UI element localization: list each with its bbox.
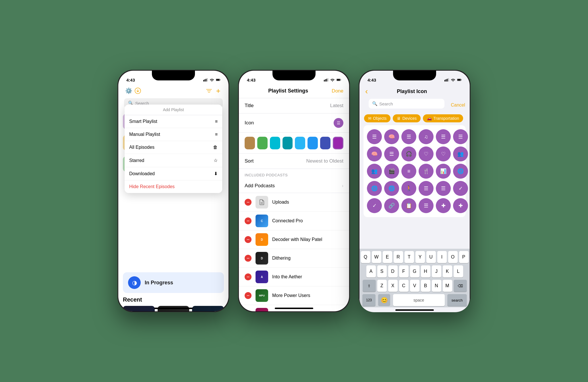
key-u[interactable]: U [426,251,436,263]
swatch-6[interactable] [320,137,330,149]
swatch-5[interactable] [307,137,318,149]
download-icon[interactable] [133,86,142,95]
podcast-uploads[interactable]: − Uploads [239,193,349,212]
icon-plus-1[interactable]: ✚ [436,198,451,213]
key-g[interactable]: G [410,265,419,277]
icon-link[interactable]: 🔗 [384,198,399,213]
icon-heart-1[interactable]: ♡ [419,146,434,161]
key-p[interactable]: P [459,251,469,263]
key-shift[interactable]: ⇧ [363,280,376,292]
key-c[interactable]: C [399,280,409,292]
filter-icon[interactable] [204,86,214,95]
icon-chart[interactable]: 📊 [436,164,451,179]
icon-list-2[interactable]: ☰ [401,129,416,144]
modal-done-btn[interactable]: Done [332,88,343,94]
recent-card-appstories[interactable]: AppStories+ Deeper into the world of app… [123,306,155,311]
key-space[interactable]: space [393,294,445,306]
podcast-morepower[interactable]: − MPU More Power Users [239,286,349,305]
icon-check-1[interactable]: ✓ [453,181,468,196]
icon-brain-2[interactable]: 🧠 [367,146,382,161]
icon-globe-2[interactable]: 🌐 [367,181,382,196]
icon-check-2[interactable]: ✓ [367,198,382,213]
cancel-btn[interactable]: Cancel [451,103,465,108]
key-delete[interactable]: ⌫ [454,280,467,292]
key-emoji[interactable]: 😊 [378,294,390,306]
key-o[interactable]: O [448,251,458,263]
icon-list-9[interactable]: ☰ [419,198,434,213]
podcast-decoder[interactable]: − D Decoder with Nilay Patel [239,230,349,249]
key-q[interactable]: Q [361,251,370,263]
filter-devices[interactable]: 🖥 Devices [393,114,421,122]
key-123[interactable]: 123 [362,294,376,306]
icon-plus-2[interactable]: ✚ [453,198,468,213]
recent-card-tripleclick[interactable]: TripleClick ▶ NEW [192,306,224,311]
key-search[interactable]: search [447,294,467,306]
icon-list-4[interactable]: ☰ [453,129,468,144]
key-j[interactable]: J [432,265,441,277]
icon-list-7[interactable]: ☰ [419,181,434,196]
icon-globe-1[interactable]: 🌐 [453,164,468,179]
dropdown-manual-playlist[interactable]: Manual Playlist ≡ [125,128,222,141]
key-y[interactable]: Y [415,251,425,263]
dropdown-downloaded[interactable]: Downloaded ⬇ [125,167,222,180]
key-r[interactable]: R [394,251,403,263]
icon-list-3[interactable]: ☰ [436,129,451,144]
icon-headphones[interactable]: 🎧 [401,146,416,161]
in-progress-btn[interactable]: ◑ In Progress [123,272,224,293]
icon-list-6[interactable]: ≡ [401,164,416,179]
podcast-aether[interactable]: − A Into the Aether [239,268,349,286]
icon-film[interactable]: 🎬 [384,164,399,179]
icon-music[interactable]: ♫ [419,129,434,144]
key-w[interactable]: W [372,251,381,263]
icon-fork[interactable]: 🍴 [419,164,434,179]
add-podcasts-row[interactable]: Add Podcasts › [239,179,349,193]
key-a[interactable]: A [366,265,376,277]
swatch-0[interactable] [245,137,255,149]
key-i[interactable]: I [437,251,447,263]
icon-people-1[interactable]: 👥 [453,146,468,161]
key-f[interactable]: F [399,265,409,277]
remove-decoder-btn[interactable]: − [245,236,252,243]
key-d[interactable]: D [388,265,398,277]
remove-moretex-btn[interactable]: − [245,311,252,311]
swatch-2[interactable] [270,137,280,149]
key-l[interactable]: L [454,265,463,277]
icon-search-bar[interactable]: 🔍 Search [369,99,444,109]
sort-row[interactable]: Sort Newest to Oldest [239,154,349,169]
icon-list-8[interactable]: ☰ [436,181,451,196]
key-x[interactable]: X [388,280,398,292]
key-m[interactable]: M [443,280,452,292]
podcast-dithering[interactable]: − D Dithering [239,249,349,268]
filter-transportation[interactable]: 🚗 Transportation [423,114,463,122]
key-n[interactable]: N [432,280,441,292]
remove-uploads-btn[interactable]: − [245,199,252,206]
icon-people-2[interactable]: 👥 [367,164,382,179]
podcast-connected[interactable]: − C Connected Pro [239,212,349,230]
swatch-7[interactable] [333,137,343,149]
key-b[interactable]: B [421,280,430,292]
icon-person[interactable]: 🚶 [401,181,416,196]
settings-icon[interactable]: ⚙️ [124,86,133,95]
back-btn[interactable]: ‹ [365,87,368,96]
key-k[interactable]: K [443,265,452,277]
dropdown-starred[interactable]: Starred ☆ [125,154,222,167]
key-z[interactable]: Z [377,280,387,292]
icon-list-5[interactable]: ☰ [384,146,399,161]
dropdown-hide-recent[interactable]: Hide Recent Episodes [125,180,222,193]
swatch-3[interactable] [283,137,293,149]
remove-morepower-btn[interactable]: − [245,292,252,299]
filter-objects[interactable]: ✉ Objects [364,114,390,122]
dropdown-smart-playlist[interactable]: Smart Playlist ≡ [125,115,222,128]
remove-connected-btn[interactable]: − [245,217,252,224]
icon-brain-1[interactable]: 🧠 [384,129,399,144]
key-t[interactable]: T [405,251,414,263]
add-icon[interactable]: + [214,86,223,95]
key-h[interactable]: H [421,265,430,277]
key-v[interactable]: V [410,280,419,292]
swatch-4[interactable] [295,137,305,149]
remove-aether-btn[interactable]: − [245,273,252,280]
remove-dithering-btn[interactable]: − [245,255,252,262]
key-e[interactable]: E [383,251,392,263]
icon-clipboard[interactable]: 📋 [401,198,416,213]
swatch-1[interactable] [257,137,268,149]
